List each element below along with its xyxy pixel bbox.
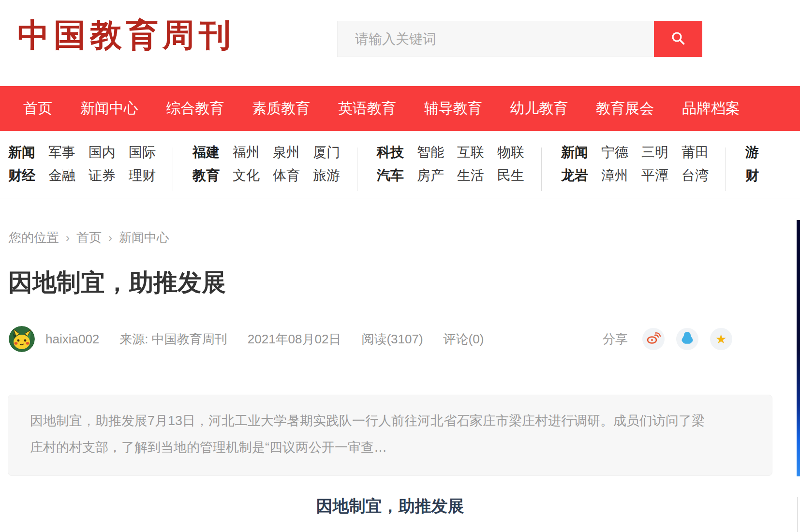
nav-item-tutoring-education[interactable]: 辅导教育 — [424, 99, 482, 118]
nav-item-brand-archive[interactable]: 品牌档案 — [682, 99, 740, 118]
subnav-link-culture[interactable]: 文化 — [233, 164, 260, 187]
search-button[interactable] — [654, 21, 702, 57]
subnav-link-international[interactable]: 国际 — [129, 141, 156, 164]
subnav-group-clipped: 游 财 — [745, 141, 800, 198]
subnav-category-longyan[interactable]: 龙岩 — [561, 164, 588, 187]
subnav-divider — [357, 148, 357, 191]
nav-item-comprehensive-education[interactable]: 综合教育 — [166, 99, 224, 118]
subnav-link-pingtan[interactable]: 平潭 — [641, 164, 668, 187]
subnav-link-sanming[interactable]: 三明 — [641, 141, 668, 164]
share-weibo-button[interactable] — [642, 328, 665, 350]
subnav-link-quanzhou[interactable]: 泉州 — [273, 141, 300, 164]
nav-item-english-education[interactable]: 英语教育 — [338, 99, 396, 118]
article-meta-row: haixia002 来源: 中国教育周刊 2021年08月02日 阅读(3107… — [0, 326, 800, 352]
subnav-link-realestate[interactable]: 房产 — [417, 164, 444, 187]
subnav-link-xiamen[interactable]: 厦门 — [313, 141, 340, 164]
subnav-category-news[interactable]: 新闻 — [8, 141, 35, 164]
right-edge-ad-strip[interactable] — [797, 220, 800, 476]
subnav-divider — [173, 148, 173, 191]
subnav-link-military[interactable]: 军事 — [48, 141, 75, 164]
subnav-link-internet[interactable]: 互联 — [457, 141, 484, 164]
subnav-divider — [541, 148, 542, 191]
nav-item-education-expo[interactable]: 教育展会 — [596, 99, 654, 118]
subnav-link-banking[interactable]: 金融 — [48, 164, 75, 187]
nav-item-quality-education[interactable]: 素质教育 — [252, 99, 310, 118]
search-input[interactable] — [337, 21, 654, 57]
subnav-group-regional-news: 新闻 宁德 三明 莆田 龙岩 漳州 平潭 台湾 — [561, 141, 706, 198]
subnav-group-news-finance: 新闻 军事 国内 国际 财经 金融 证券 理财 — [8, 141, 153, 198]
article-summary-box: 因地制宜，助推发展7月13日，河北工业大学暑期实践队一行人前往河北省石家庄市梁庄… — [8, 395, 772, 476]
subnav-category-you[interactable]: 游 — [745, 141, 759, 164]
subnav-category-tech[interactable]: 科技 — [377, 141, 404, 164]
subnav-link-life[interactable]: 生活 — [457, 164, 484, 187]
article-body-paragraph: 7月13日，河北工业大学暑期实践队一行人前往河北省石家庄市梁庄村进行调研。 — [8, 529, 781, 532]
subnav-link-putian[interactable]: 莆田 — [681, 141, 709, 164]
subnav-link-domestic[interactable]: 国内 — [89, 141, 116, 164]
right-panel-edge — [797, 497, 798, 532]
share-label: 分享 — [603, 331, 628, 348]
subnav-link-sports[interactable]: 体育 — [273, 164, 300, 187]
breadcrumb: 您的位置 › 首页 › 新闻中心 — [0, 198, 800, 246]
subnav-link-ningde[interactable]: 宁德 — [601, 141, 628, 164]
breadcrumb-separator: › — [108, 231, 112, 245]
subnav-category-news2[interactable]: 新闻 — [561, 141, 588, 164]
subnav-category-education[interactable]: 教育 — [193, 164, 220, 187]
main-nav: 首页 新闻中心 综合教育 素质教育 英语教育 辅导教育 幼儿教育 教育展会 品牌… — [0, 86, 800, 131]
search-bar — [337, 21, 702, 57]
subnav-link-zhangzhou[interactable]: 漳州 — [601, 164, 628, 187]
nav-item-home[interactable]: 首页 — [23, 99, 52, 118]
share-bar: 分享 ★ — [603, 328, 732, 350]
subnav-link-iot[interactable]: 物联 — [497, 141, 524, 164]
qq-icon — [681, 331, 694, 347]
nav-item-news-center[interactable]: 新闻中心 — [80, 99, 138, 118]
page: 中国教育周刊 首页 新闻中心 综合教育 素质教育 英语教育 辅导教育 幼儿教育 … — [0, 0, 800, 532]
subnav-divider — [726, 148, 726, 191]
site-logo[interactable]: 中国教育周刊 — [17, 14, 235, 57]
favorite-button[interactable]: ★ — [710, 328, 732, 350]
breadcrumb-home[interactable]: 首页 — [76, 229, 102, 246]
share-qq-button[interactable] — [676, 328, 698, 350]
subnav-group-fujian-education: 福建 福州 泉州 厦门 教育 文化 体育 旅游 — [193, 141, 338, 198]
subnav-link-securities[interactable]: 证券 — [89, 164, 116, 187]
summary-line: 因地制宜，助推发展7月13日，河北工业大学暑期实践队一行人前往河北省石家庄市梁庄… — [30, 408, 750, 434]
subnav-category-finance[interactable]: 财经 — [8, 164, 35, 187]
header: 中国教育周刊 — [0, 0, 800, 86]
subnav-link-wealth[interactable]: 理财 — [129, 164, 156, 187]
weibo-icon — [646, 331, 661, 347]
secondary-nav: 新闻 军事 国内 国际 财经 金融 证券 理财 福建 福州 泉州 厦门 教育 — [0, 131, 800, 198]
subnav-link-fuzhou[interactable]: 福州 — [233, 141, 260, 164]
subnav-link-taiwan[interactable]: 台湾 — [681, 164, 709, 187]
author-name[interactable]: haixia002 — [45, 332, 99, 347]
comment-count[interactable]: 评论(0) — [444, 331, 484, 348]
subnav-link-travel[interactable]: 旅游 — [313, 164, 340, 187]
subnav-category-fujian[interactable]: 福建 — [193, 141, 220, 164]
article-date: 2021年08月02日 — [248, 331, 341, 348]
breadcrumb-news-center[interactable]: 新闻中心 — [119, 229, 169, 246]
subnav-link-livelihood[interactable]: 民生 — [497, 164, 524, 187]
search-icon — [670, 30, 686, 47]
page-title: 因地制宜，助推发展 — [8, 266, 800, 299]
summary-line: 庄村的村支部，了解到当地的管理机制是“四议两公开一审查… — [30, 434, 750, 461]
article-body-heading: 因地制宜，助推发展 — [8, 495, 772, 517]
read-count: 阅读(3107) — [361, 331, 423, 348]
breadcrumb-prefix: 您的位置 — [9, 229, 59, 246]
subnav-link-ai[interactable]: 智能 — [417, 141, 444, 164]
nav-item-preschool-education[interactable]: 幼儿教育 — [510, 99, 568, 118]
subnav-group-tech-auto: 科技 智能 互联 物联 汽车 房产 生活 民生 — [377, 141, 522, 198]
breadcrumb-separator: › — [66, 231, 70, 245]
article-source: 来源: 中国教育周刊 — [119, 331, 227, 348]
star-icon: ★ — [715, 333, 726, 345]
subnav-category-auto[interactable]: 汽车 — [377, 164, 404, 187]
avatar[interactable] — [9, 326, 35, 352]
subnav-category-cai[interactable]: 财 — [745, 164, 759, 187]
